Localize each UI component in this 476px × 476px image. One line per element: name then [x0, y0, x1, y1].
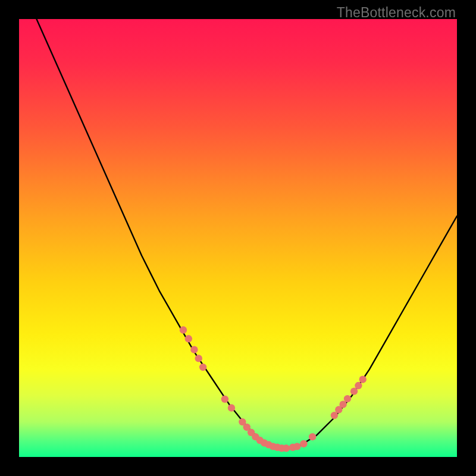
- bottleneck-curve: [36, 19, 457, 448]
- marker-dot: [300, 440, 307, 447]
- marker-dot: [199, 364, 206, 371]
- marker-dot: [228, 404, 235, 411]
- marker-dot: [190, 346, 198, 353]
- bottleneck-curve-svg: [19, 19, 457, 457]
- marker-dot: [283, 444, 290, 452]
- chart-frame: TheBottleneck.com: [0, 0, 476, 476]
- marker-dot: [185, 335, 192, 342]
- marker-dot: [293, 443, 300, 450]
- marker-dot: [355, 382, 362, 389]
- marker-dot: [221, 396, 228, 403]
- marker-dot: [344, 395, 351, 402]
- marker-dot: [359, 376, 367, 383]
- marker-dot: [309, 433, 316, 440]
- marker-dot: [180, 326, 187, 333]
- plot-area: [19, 19, 457, 457]
- marker-dot: [195, 355, 202, 362]
- watermark-text: TheBottleneck.com: [337, 5, 456, 21]
- marker-group: [180, 326, 367, 452]
